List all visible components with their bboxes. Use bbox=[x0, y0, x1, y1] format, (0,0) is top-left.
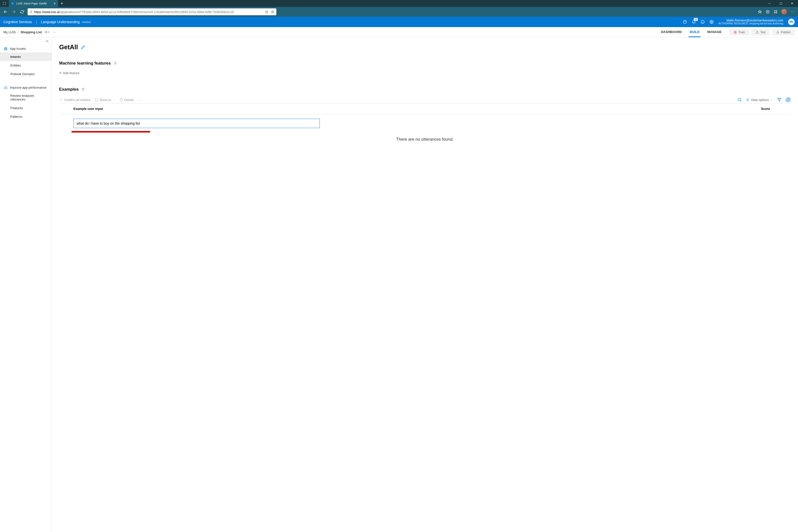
sub-nav: My LUIS / Shopping List V0.1 DASHBOARD B… bbox=[0, 27, 798, 37]
region-label: - westus bbox=[80, 20, 91, 23]
edit-intent-icon[interactable] bbox=[81, 45, 85, 49]
confirm-all-button[interactable]: Confirm all entities bbox=[59, 98, 90, 102]
publish-button[interactable]: Publish bbox=[772, 29, 795, 36]
app-header: Cognitive Services | Language Understand… bbox=[0, 17, 798, 27]
breadcrumb-root[interactable]: My LUIS bbox=[3, 30, 16, 34]
svg-point-17 bbox=[738, 98, 741, 101]
breadcrumb-app[interactable]: Shopping List bbox=[20, 30, 42, 34]
new-tab-button[interactable]: + bbox=[58, 1, 66, 6]
add-feature-label: Add feature bbox=[63, 71, 79, 75]
delete-button[interactable]: Delete bbox=[119, 98, 134, 102]
svg-rect-15 bbox=[4, 49, 5, 50]
sidebar-item-patterns[interactable]: Patterns bbox=[0, 112, 52, 121]
help-icon[interactable] bbox=[683, 20, 687, 24]
url-path: /applications/e7763afa-d543-4b54-a22a-83… bbox=[59, 10, 234, 14]
move-to-label: Move to bbox=[100, 98, 111, 102]
filter-icon[interactable] bbox=[777, 98, 781, 102]
close-window-button[interactable]: ✕ bbox=[788, 2, 796, 5]
profile-avatar[interactable] bbox=[781, 9, 787, 15]
tab-build[interactable]: BUILD bbox=[689, 27, 701, 37]
th-example-input: Example user input bbox=[73, 107, 761, 111]
sidebar-section-improve[interactable]: Improve app performance bbox=[0, 84, 52, 91]
browser-toolbar: https://www.luis.ai/applications/e7763af… bbox=[0, 7, 798, 17]
feedback-icon[interactable] bbox=[701, 20, 705, 24]
examples-toolbar: Confirm all entities Move to Delete ··· … bbox=[59, 96, 791, 103]
forward-button[interactable] bbox=[11, 9, 17, 15]
back-button[interactable] bbox=[2, 9, 8, 15]
notifications-icon[interactable]: 12 bbox=[692, 20, 696, 24]
settings-icon[interactable] bbox=[709, 20, 714, 24]
entity-toggle-icon[interactable]: @ bbox=[786, 97, 791, 102]
sidebar-improve-label: Improve app performance bbox=[10, 86, 46, 90]
brand-label[interactable]: Cognitive Services bbox=[3, 20, 32, 24]
train-button[interactable]: Train bbox=[729, 29, 749, 36]
view-options-button[interactable]: View options bbox=[746, 98, 773, 102]
test-button[interactable]: Test bbox=[752, 29, 770, 36]
sidebar-item-intents[interactable]: Intents bbox=[0, 53, 52, 61]
svg-rect-14 bbox=[6, 47, 7, 48]
browser-tab[interactable]: i LUIS: Intent Page: GetAll × bbox=[9, 0, 58, 7]
url-host: https://www.luis.ai bbox=[34, 10, 59, 14]
svg-rect-0 bbox=[3, 2, 6, 5]
intent-title: GetAll bbox=[59, 43, 78, 51]
more-options-icon[interactable]: ··· bbox=[138, 98, 142, 102]
browser-titlebar: i LUIS: Intent Page: GetAll × + ─ ▢ ✕ bbox=[0, 0, 798, 7]
publish-label: Publish bbox=[781, 31, 791, 34]
ml-features-help-icon[interactable]: ? bbox=[113, 61, 117, 65]
examples-table-header: Example user input Score bbox=[59, 103, 791, 114]
tab-dashboard[interactable]: DASHBOARD bbox=[660, 27, 683, 37]
app-menu-icon[interactable] bbox=[0, 0, 9, 7]
sidebar-item-entities[interactable]: Entities bbox=[0, 61, 52, 70]
collections-icon[interactable] bbox=[766, 10, 770, 14]
tab-manage[interactable]: MANAGE bbox=[706, 27, 723, 37]
svg-point-5 bbox=[776, 11, 777, 11]
brand-divider: | bbox=[36, 20, 37, 24]
th-score: Score bbox=[761, 107, 791, 111]
sidebar-app-assets-label: App Assets bbox=[10, 47, 26, 51]
confirm-all-label: Confirm all entities bbox=[64, 98, 90, 102]
examples-title: Examples bbox=[59, 87, 79, 92]
user-info[interactable]: Malte.Reimann@studentambassadors.com AUT… bbox=[719, 19, 783, 25]
collapse-sidebar-icon[interactable] bbox=[45, 39, 49, 43]
breadcrumb-version: V0.1 bbox=[44, 31, 50, 34]
delete-label: Delete bbox=[125, 98, 134, 102]
minimize-button[interactable]: ─ bbox=[766, 2, 773, 5]
train-label: Train bbox=[738, 31, 745, 34]
svg-point-7 bbox=[776, 13, 777, 13]
examples-help-icon[interactable]: ? bbox=[81, 88, 85, 91]
svg-point-9 bbox=[701, 20, 704, 23]
product-label[interactable]: Language Understanding bbox=[41, 20, 79, 24]
example-utterance-input[interactable] bbox=[73, 119, 320, 128]
sidebar-item-prebuilt[interactable]: Prebuilt Domains bbox=[0, 70, 52, 78]
titlebar-left: i LUIS: Intent Page: GetAll × + bbox=[0, 0, 66, 7]
add-feature-button[interactable]: + Add feature bbox=[59, 71, 791, 75]
svg-point-4 bbox=[774, 11, 775, 11]
svg-point-12 bbox=[734, 31, 736, 33]
sidebar-item-review[interactable]: Review endpoint utterances bbox=[0, 91, 52, 104]
move-to-button[interactable]: Move to bbox=[95, 98, 115, 102]
zoom-icon[interactable] bbox=[265, 10, 268, 14]
ml-features-title: Machine learning features bbox=[59, 61, 111, 66]
breadcrumb: My LUIS / Shopping List V0.1 bbox=[3, 30, 56, 34]
url-text: https://www.luis.ai/applications/e7763af… bbox=[34, 10, 234, 14]
test-label: Test bbox=[760, 31, 766, 34]
svg-point-10 bbox=[711, 21, 712, 22]
favorites-icon[interactable] bbox=[758, 10, 762, 14]
version-chevron-icon[interactable] bbox=[53, 31, 56, 34]
extensions-icon[interactable] bbox=[774, 10, 778, 14]
user-avatar[interactable]: MR bbox=[788, 19, 795, 25]
sidebar-item-features[interactable]: Features bbox=[0, 104, 52, 112]
breadcrumb-sep: / bbox=[18, 30, 19, 34]
favorite-icon[interactable] bbox=[271, 10, 274, 14]
user-resource: AUTHORING RESOURCE: shopping-list-bot-lu… bbox=[719, 22, 783, 25]
address-bar[interactable]: https://www.luis.ai/applications/e7763af… bbox=[27, 8, 276, 15]
view-options-label: View options bbox=[751, 98, 769, 102]
refresh-button[interactable] bbox=[19, 9, 25, 15]
sidebar-section-app-assets[interactable]: App Assets bbox=[0, 45, 52, 53]
menu-icon[interactable]: ··· bbox=[791, 10, 796, 14]
search-icon[interactable] bbox=[738, 98, 742, 102]
close-tab-icon[interactable]: × bbox=[54, 1, 56, 5]
svg-point-11 bbox=[735, 32, 736, 33]
main-content: GetAll Machine learning features ? + Add… bbox=[52, 37, 798, 532]
maximize-button[interactable]: ▢ bbox=[777, 2, 784, 5]
